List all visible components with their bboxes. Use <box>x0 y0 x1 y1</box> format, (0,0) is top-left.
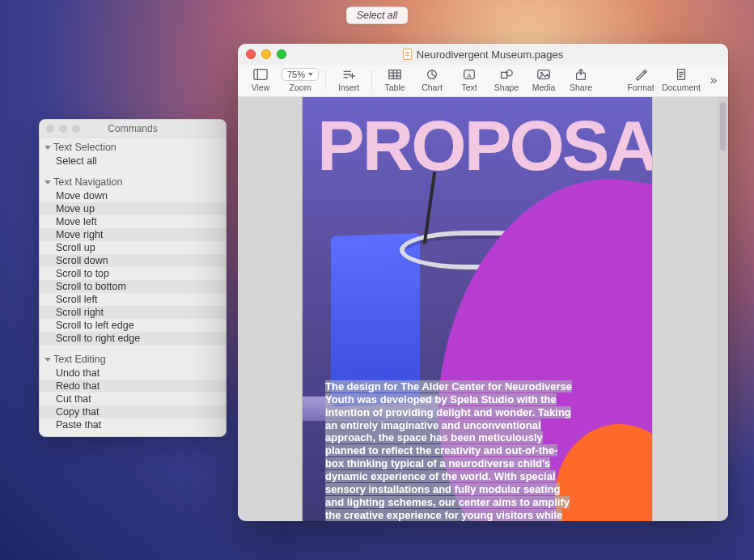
tool-label: Zoom <box>290 83 311 92</box>
zoom-value: 75% <box>287 70 305 79</box>
share-button[interactable]: Share <box>563 65 599 95</box>
section-label: Text Navigation <box>53 176 122 188</box>
separator <box>371 70 372 91</box>
tool-label: Text <box>461 83 477 92</box>
section-label: Text Editing <box>53 354 106 365</box>
tool-label: Table <box>384 83 405 92</box>
sidebar-icon <box>253 67 268 81</box>
voice-control-text: Select all <box>357 10 398 21</box>
tool-label: Insert <box>338 83 359 92</box>
document-title: Neurodivergent Museum.pages <box>238 49 728 61</box>
chevron-down-icon <box>308 73 313 76</box>
section-text-navigation[interactable]: Text Navigation <box>40 174 226 189</box>
shape-button[interactable]: Shape <box>489 65 524 95</box>
document-icon <box>674 67 688 81</box>
cmd-scroll-down[interactable]: Scroll down <box>40 254 226 267</box>
cmd-move-right[interactable]: Move right <box>40 228 226 241</box>
tool-label: View <box>252 83 270 92</box>
media-icon <box>536 67 551 81</box>
cmd-move-up[interactable]: Move up <box>40 202 226 215</box>
shape-icon <box>499 67 514 81</box>
cmd-copy[interactable]: Copy that <box>40 405 226 418</box>
cmd-scroll-left-edge[interactable]: Scroll to left edge <box>40 319 226 332</box>
cmd-redo[interactable]: Redo that <box>40 380 226 392</box>
document-button[interactable]: Document <box>660 65 702 95</box>
svg-line-14 <box>432 74 436 77</box>
insert-button[interactable]: Insert <box>331 65 366 95</box>
pages-titlebar[interactable]: Neurodivergent Museum.pages <box>238 44 728 65</box>
pages-doc-icon <box>403 49 412 60</box>
cmd-scroll-left[interactable]: Scroll left <box>40 293 226 306</box>
commands-window: Commands Text Selection Select all Text … <box>39 119 227 437</box>
headline-text[interactable]: PROPOSAL <box>317 113 652 177</box>
selected-text[interactable]: The design for The Alder Center for Neur… <box>325 380 572 521</box>
media-button[interactable]: Media <box>526 65 561 95</box>
cmd-paste[interactable]: Paste that <box>40 418 226 431</box>
zoom-level: 75% <box>282 67 319 81</box>
commands-title: Commands <box>40 123 226 134</box>
chevron-down-icon <box>44 358 51 362</box>
text-button[interactable]: A Text <box>451 65 487 95</box>
text-icon: A <box>462 67 477 81</box>
share-icon <box>574 67 588 81</box>
table-icon <box>388 67 402 81</box>
cmd-scroll-up[interactable]: Scroll up <box>40 241 226 254</box>
section-label: Text Selection <box>53 142 116 153</box>
chevron-right-icon: » <box>710 73 718 87</box>
table-button[interactable]: Table <box>377 65 413 95</box>
tool-label: Chart <box>421 83 443 92</box>
format-button[interactable]: Format <box>623 65 659 95</box>
cmd-select-all[interactable]: Select all <box>40 155 226 168</box>
tool-label: Document <box>662 83 701 92</box>
cmd-move-left[interactable]: Move left <box>40 215 226 228</box>
toolbar-overflow[interactable]: » <box>704 73 723 87</box>
svg-text:A: A <box>467 71 472 78</box>
body-text-selected[interactable]: The design for The Alder Center for Neur… <box>325 380 574 521</box>
cmd-cut[interactable]: Cut that <box>40 392 226 405</box>
voice-control-hint: Select all <box>346 6 409 24</box>
cmd-scroll-right-edge[interactable]: Scroll to right edge <box>40 332 226 345</box>
scrollbar-thumb[interactable] <box>720 102 726 151</box>
tool-label: Share <box>570 83 592 92</box>
commands-body: Text Selection Select all Text Navigatio… <box>40 138 226 436</box>
document-page[interactable]: PROPOSAL The design for The Alder Center… <box>303 97 652 521</box>
cmd-scroll-bottom[interactable]: Scroll to bottom <box>40 280 226 293</box>
chevron-down-icon <box>44 146 51 150</box>
cmd-scroll-right[interactable]: Scroll right <box>40 306 226 319</box>
format-icon <box>633 67 648 81</box>
document-canvas[interactable]: PROPOSAL The design for The Alder Center… <box>238 97 728 521</box>
pages-window: Neurodivergent Museum.pages View 75% Zoo… <box>238 44 728 521</box>
toolbar: View 75% Zoom Insert Table Chart A Text <box>238 65 728 97</box>
view-button[interactable]: View <box>243 65 278 95</box>
tool-label: Shape <box>494 83 519 92</box>
commands-titlebar[interactable]: Commands <box>40 120 226 138</box>
zoom-button[interactable]: 75% Zoom <box>280 65 320 95</box>
cmd-undo[interactable]: Undo that <box>40 367 226 380</box>
separator <box>325 70 326 91</box>
svg-point-20 <box>540 71 543 74</box>
tool-label: Media <box>532 83 556 92</box>
chart-button[interactable]: Chart <box>414 65 450 95</box>
chevron-down-icon <box>44 180 51 185</box>
vertical-scrollbar[interactable] <box>717 97 728 521</box>
document-title-text: Neurodivergent Museum.pages <box>417 49 563 61</box>
svg-rect-0 <box>254 69 267 79</box>
section-text-editing[interactable]: Text Editing <box>40 351 226 367</box>
cmd-scroll-top[interactable]: Scroll to top <box>40 267 226 280</box>
chart-icon <box>425 67 439 81</box>
svg-rect-7 <box>389 70 400 78</box>
insert-icon <box>341 67 356 81</box>
section-text-selection[interactable]: Text Selection <box>40 139 226 155</box>
tool-label: Format <box>628 83 654 92</box>
cmd-move-down[interactable]: Move down <box>40 189 226 202</box>
